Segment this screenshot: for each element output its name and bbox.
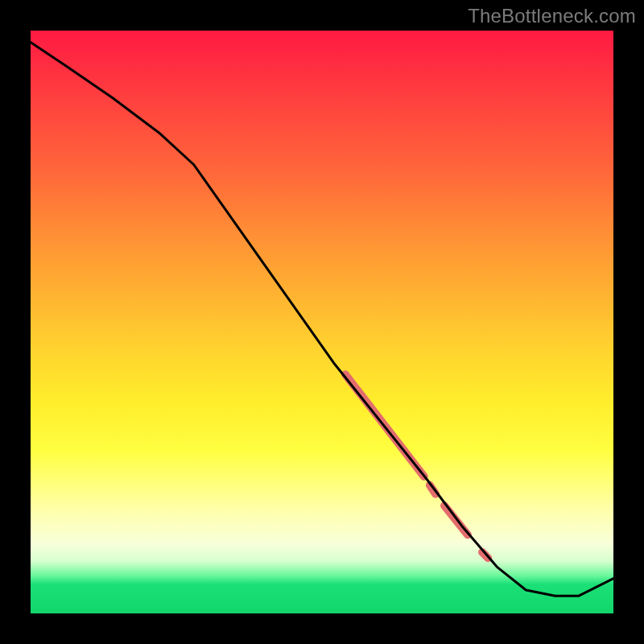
main-curve	[31, 43, 613, 597]
watermark-text: TheBottleneck.com	[468, 5, 636, 27]
gradient-plot-area	[31, 31, 613, 613]
chart-stage: TheBottleneck.com	[0, 0, 644, 644]
chart-svg	[31, 31, 613, 613]
